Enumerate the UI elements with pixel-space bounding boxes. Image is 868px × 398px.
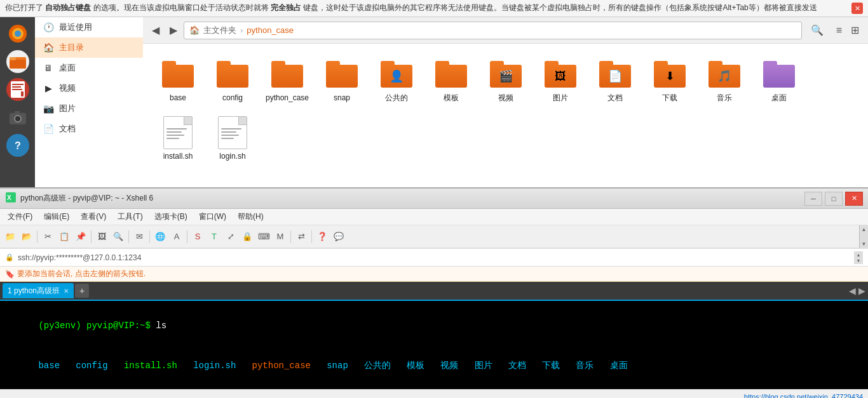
file-name-config: config [222, 93, 243, 103]
toolbar-scroll[interactable]: ▲ ▼ [859, 225, 868, 248]
back-button[interactable]: ◀ [148, 22, 163, 38]
menu-view[interactable]: 查看(V) [76, 210, 111, 223]
file-item-base[interactable]: base [153, 54, 203, 107]
svg-point-13 [15, 116, 20, 121]
keyboard-button[interactable]: ⌨ [256, 229, 271, 244]
menu-help[interactable]: 帮助(H) [233, 210, 269, 223]
new-session-button[interactable]: 📁 [3, 229, 18, 244]
file-item-desktop-folder[interactable]: 桌面 [754, 54, 804, 107]
format-button[interactable]: A [169, 229, 184, 244]
globe-button[interactable]: 🌐 [153, 229, 168, 244]
transfer-button[interactable]: ⇄ [294, 229, 309, 244]
xshell-menubar: 文件(F) 编辑(E) 查看(V) 工具(T) 选项卡(B) 窗口(W) 帮助(… [0, 209, 868, 225]
toolbar-separator-1 [37, 230, 37, 243]
sidebar-icon-files[interactable] [6, 50, 29, 73]
menu-tools[interactable]: 工具(T) [112, 210, 147, 223]
term-dir-install: install.sh [124, 361, 177, 371]
chat-button[interactable]: 💬 [331, 229, 346, 244]
file-name-install-sh: install.sh [163, 152, 193, 162]
sidebar-item-label-video: 视频 [59, 83, 76, 94]
file-item-pictures[interactable]: 图片 [536, 54, 585, 107]
paste-button[interactable]: 📌 [73, 229, 88, 244]
term-dir-cn4: 图片 [475, 361, 492, 371]
file-item-config[interactable]: config [208, 54, 257, 107]
sidebar-item-docs[interactable]: 📄 文档 [35, 119, 143, 139]
tab-close-icon[interactable]: ✕ [64, 288, 69, 295]
sidebar-item-home[interactable]: 🏠 主目录 [35, 37, 143, 58]
file-item-snap[interactable]: snap [317, 54, 367, 107]
tab-add-button[interactable]: + [75, 284, 89, 298]
menu-window[interactable]: 窗口(W) [194, 210, 231, 223]
lock-button[interactable]: 🔒 [240, 229, 255, 244]
sidebar-item-desktop[interactable]: 🖥 桌面 [35, 58, 143, 78]
address-scroll[interactable]: ▲ ▼ [854, 251, 863, 264]
file-item-video-folder[interactable]: 视频 [481, 54, 531, 107]
screenshot-button[interactable]: 🖼 [94, 229, 109, 244]
sidebar-item-label-recent: 最近使用 [59, 22, 92, 33]
red-s-button[interactable]: S [190, 229, 205, 244]
expand-button[interactable]: ⤢ [223, 229, 238, 244]
xshell-title-icon: X [5, 192, 17, 206]
location-bar[interactable]: 🏠 主文件夹 › python_case [184, 22, 802, 39]
notification-bar: 你已打开了 自动独占键盘 的选项。现在当该虚拟电脑窗口处于活动状态时就将 完全独… [0, 0, 868, 17]
search-button[interactable]: 🔍 [807, 22, 827, 38]
icon-sidebar: ? [0, 17, 35, 187]
terminal-content[interactable]: (py3env) pyvip@VIP:~$ ls base config ins… [0, 301, 868, 389]
svg-rect-4 [10, 60, 26, 69]
file-item-downloads[interactable]: 下载 [645, 54, 695, 107]
svg-rect-10 [21, 91, 24, 96]
menu-tabs[interactable]: 选项卡(B) [149, 210, 193, 223]
maximize-button[interactable]: □ [825, 192, 843, 206]
minimize-button[interactable]: ─ [804, 192, 822, 206]
notification-text: 你已打开了 自动独占键盘 的选项。现在当该虚拟电脑窗口处于活动状态时就将 完全独… [5, 3, 849, 13]
grid-view-button[interactable]: ⊞ [847, 22, 863, 38]
sidebar-icon-firefox[interactable] [6, 22, 29, 45]
sidebar-icon-camera[interactable] [6, 106, 29, 129]
file-item-install-sh[interactable]: install.sh [153, 112, 203, 166]
sidebar-icon-help[interactable]: ? [6, 134, 29, 157]
file-item-documents[interactable]: 文档 [590, 54, 640, 107]
file-item-template[interactable]: 模板 [426, 54, 476, 107]
file-name-desktop-folder: 桌面 [771, 93, 787, 103]
sidebar-item-label-desktop: 桌面 [59, 62, 76, 74]
cut-button[interactable]: ✂ [40, 229, 55, 244]
green-t-button[interactable]: T [207, 229, 222, 244]
toolbar-separator-6 [290, 230, 291, 243]
toolbar-separator-3 [128, 230, 129, 243]
notification-close-button[interactable]: ✕ [851, 3, 863, 14]
svg-rect-7 [12, 84, 24, 85]
sidebar-item-photo[interactable]: 📷 图片 [35, 98, 143, 119]
tab-next-button[interactable]: ▶ [858, 286, 865, 296]
recent-icon: 🕐 [43, 22, 54, 32]
file-name-snap: snap [334, 93, 350, 103]
close-button[interactable]: ✕ [845, 192, 863, 206]
menu-file[interactable]: 文件(F) [3, 210, 37, 223]
sidebar-item-video[interactable]: ▶ 视频 [35, 78, 143, 98]
terminal-line-1: (py3env) pyvip@VIP:~$ ls [6, 306, 862, 346]
xshell-window: X python高级班 - pyvip@VIP: ~ - Xshell 6 ─ … [0, 187, 868, 398]
sidebar-icon-writer[interactable] [6, 78, 29, 101]
search-button2[interactable]: 🔍 [111, 229, 126, 244]
menu-edit[interactable]: 编辑(E) [39, 210, 74, 223]
xshell-title-text: python高级班 - pyvip@VIP: ~ - Xshell 6 [20, 193, 801, 204]
help-button[interactable]: ❓ [315, 229, 330, 244]
macro-button[interactable]: M [273, 229, 288, 244]
list-view-button[interactable]: ≡ [832, 22, 846, 38]
file-item-public[interactable]: 公共的 [372, 54, 421, 107]
copy-button[interactable]: 📋 [57, 229, 72, 244]
sidebar-item-recent[interactable]: 🕐 最近使用 [35, 17, 143, 37]
file-name-login-sh: login.sh [219, 152, 245, 162]
tab-python-class[interactable]: 1 python高级班 ✕ [3, 283, 74, 298]
tab-prev-button[interactable]: ◀ [849, 286, 856, 296]
sidebar-item-label-docs: 文档 [59, 123, 76, 135]
file-item-python-case[interactable]: python_case [262, 54, 312, 107]
tab-bar: 1 python高级班 ✕ + ◀ ▶ [0, 282, 868, 301]
forward-button[interactable]: ▶ [166, 22, 181, 38]
file-name-music: 音乐 [717, 93, 732, 103]
address-text: ssh://pyvip:*********@127.0.0.1:1234 [18, 253, 141, 262]
open-button[interactable]: 📂 [19, 229, 34, 244]
file-item-music[interactable]: 音乐 [700, 54, 749, 107]
file-item-login-sh[interactable]: login.sh [208, 112, 257, 166]
term-dir-config: config [76, 361, 107, 371]
compose-button[interactable]: ✉ [132, 229, 147, 244]
